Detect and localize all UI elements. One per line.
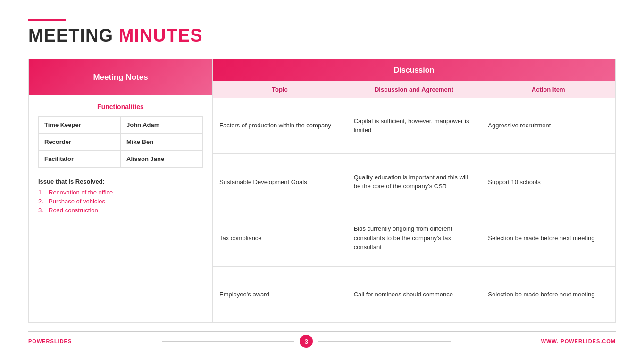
topic-cell: Sustainable Development Goals: [213, 154, 347, 210]
footer-line-left: [162, 341, 294, 342]
discussion-cell: Call for nominees should commence: [347, 267, 482, 322]
functionalities-label: Functionalities: [38, 103, 203, 110]
issues-title: Issue that is Resolved:: [38, 178, 203, 185]
discussion-subheader: Action Item: [481, 81, 615, 98]
roles-table: Time Keeper John Adam Recorder Mike Ben …: [38, 116, 203, 168]
left-panel: Meeting Notes Functionalities Time Keepe…: [29, 59, 213, 322]
header: MEETING MINUTES: [28, 19, 616, 46]
discussion-rows: Factors of production within the company…: [213, 98, 615, 322]
table-row: Tax compliance Bids currently ongoing fr…: [213, 210, 615, 267]
role-label: Recorder: [39, 134, 121, 150]
footer-page-number: 3: [300, 335, 313, 348]
issue-number: 3.: [38, 207, 46, 214]
topic-cell: Employee's award: [213, 267, 347, 322]
issue-number: 2.: [38, 198, 46, 205]
issue-number: 1.: [38, 189, 46, 196]
issue-text: Purchase of vehicles: [49, 198, 105, 205]
table-row: Factors of production within the company…: [213, 98, 615, 154]
issues-section: Issue that is Resolved: 1.Renovation of …: [38, 178, 203, 216]
left-body: Functionalities Time Keeper John Adam Re…: [29, 95, 212, 322]
footer-center: 3: [72, 335, 541, 348]
action-cell: Selection be made before next meeting: [481, 267, 615, 322]
discussion-subheader: Discussion and Agreement: [347, 81, 482, 98]
header-accent-line: [28, 19, 66, 21]
table-row: Sustainable Development Goals Quality ed…: [213, 154, 615, 210]
footer: POWERSLIDES 3 WWW. POWERLIDES.COM: [28, 331, 616, 348]
action-cell: Selection be made before next meeting: [481, 210, 615, 266]
meeting-notes-header: Meeting Notes: [29, 59, 212, 95]
issue-item: 3.Road construction: [38, 207, 203, 214]
role-name: Mike Ben: [121, 134, 202, 150]
discussion-subheaders: TopicDiscussion and AgreementAction Item: [213, 81, 615, 98]
role-label: Time Keeper: [39, 117, 121, 133]
issue-text: Renovation of the office: [49, 189, 113, 196]
topic-cell: Tax compliance: [213, 210, 347, 266]
table-row: Employee's award Call for nominees shoul…: [213, 267, 615, 322]
issue-item: 2.Purchase of vehicles: [38, 198, 203, 205]
title-pink: MINUTES: [119, 25, 203, 45]
footer-brand-black: POWER: [28, 338, 50, 344]
discussion-cell: Quality education is important and this …: [347, 154, 482, 210]
footer-website: WWW. POWERLIDES.COM: [541, 338, 616, 344]
topic-cell: Factors of production within the company: [213, 98, 347, 153]
discussion-subheader: Topic: [213, 81, 347, 98]
discussion-cell: Capital is sufficient, however, manpower…: [347, 98, 482, 153]
role-name: John Adam: [121, 117, 202, 133]
discussion-header: Discussion: [213, 59, 615, 81]
role-name: Alisson Jane: [121, 151, 202, 167]
discussion-cell: Bids currently ongoing from different co…: [347, 210, 482, 266]
page-title: MEETING MINUTES: [28, 25, 616, 46]
issue-item: 1.Renovation of the office: [38, 189, 203, 196]
role-label: Facilitator: [39, 151, 121, 167]
footer-line-right: [318, 341, 451, 342]
title-black: MEETING: [28, 25, 113, 45]
issue-text: Road construction: [49, 207, 98, 214]
role-row: Facilitator Alisson Jane: [39, 151, 202, 167]
right-panel: Discussion TopicDiscussion and Agreement…: [213, 59, 615, 322]
footer-brand-pink: SLIDES: [50, 338, 72, 344]
issues-list: 1.Renovation of the office2.Purchase of …: [38, 189, 203, 214]
role-row: Time Keeper John Adam: [39, 117, 202, 134]
main-table: Meeting Notes Functionalities Time Keepe…: [28, 59, 616, 323]
action-cell: Aggressive recruitment: [481, 98, 615, 153]
action-cell: Support 10 schools: [481, 154, 615, 210]
role-row: Recorder Mike Ben: [39, 134, 202, 151]
footer-brand: POWERSLIDES: [28, 338, 72, 344]
page: MEETING MINUTES Meeting Notes Functional…: [0, 0, 644, 362]
